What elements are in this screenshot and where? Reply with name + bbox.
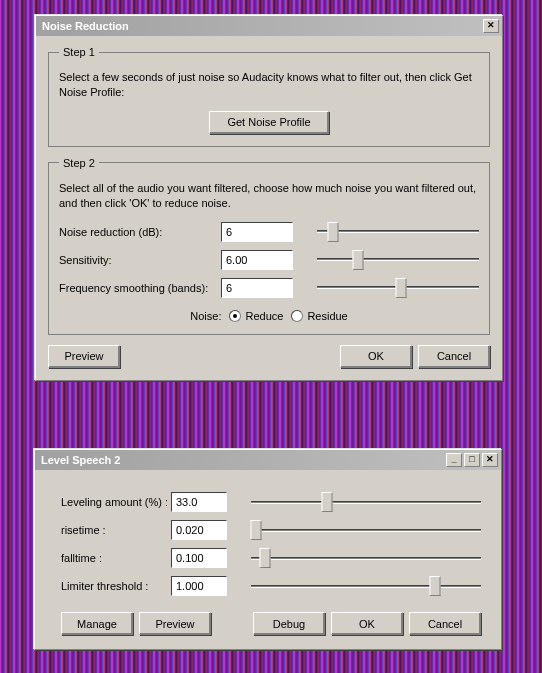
residue-radio[interactable]: Residue [291,310,347,322]
dialog-title: Noise Reduction [42,20,129,32]
limiter-threshold-label: Limiter threshold : [61,580,171,592]
manage-button[interactable]: Manage [61,612,133,635]
risetime-slider[interactable] [251,520,481,540]
reduce-radio[interactable]: Reduce [229,310,283,322]
sensitivity-input[interactable] [221,250,293,270]
freq-smoothing-input[interactable] [221,278,293,298]
radio-icon [291,310,303,322]
risetime-label: risetime : [61,524,171,536]
noise-reduction-dialog: Noise Reduction ✕ Step 1 Select a few se… [35,15,503,381]
step2-group: Step 2 Select all of the audio you want … [48,157,490,335]
step2-instructions: Select all of the audio you want filtere… [59,181,479,212]
step1-instructions: Select a few seconds of just noise so Au… [59,70,479,101]
step1-group: Step 1 Select a few seconds of just nois… [48,46,490,147]
falltime-slider[interactable] [251,548,481,568]
noise-reduction-slider[interactable] [317,222,479,242]
dialog-title: Level Speech 2 [41,454,121,466]
titlebar[interactable]: Noise Reduction ✕ [36,16,502,36]
debug-button[interactable]: Debug [253,612,325,635]
minimize-icon[interactable]: _ [446,453,462,467]
limiter-threshold-input[interactable] [171,576,227,596]
risetime-input[interactable] [171,520,227,540]
radio-icon [229,310,241,322]
cancel-button[interactable]: Cancel [418,345,490,368]
ok-button[interactable]: OK [340,345,412,368]
ok-button[interactable]: OK [331,612,403,635]
leveling-amount-label: Leveling amount (%) : [61,496,171,508]
step1-legend: Step 1 [59,46,99,58]
sensitivity-slider[interactable] [317,250,479,270]
noise-reduction-input[interactable] [221,222,293,242]
maximize-icon[interactable]: □ [464,453,480,467]
cancel-button[interactable]: Cancel [409,612,481,635]
leveling-amount-slider[interactable] [251,492,481,512]
titlebar[interactable]: Level Speech 2 _ □ ✕ [35,450,501,470]
noise-reduction-label: Noise reduction (dB): [59,226,221,238]
falltime-input[interactable] [171,548,227,568]
noise-mode-label: Noise: [190,310,221,322]
close-icon[interactable]: ✕ [483,19,499,33]
freq-smoothing-slider[interactable] [317,278,479,298]
preview-button[interactable]: Preview [139,612,211,635]
sensitivity-label: Sensitivity: [59,254,221,266]
falltime-label: falltime : [61,552,171,564]
get-noise-profile-button[interactable]: Get Noise Profile [209,111,329,134]
limiter-threshold-slider[interactable] [251,576,481,596]
level-speech-dialog: Level Speech 2 _ □ ✕ Leveling amount (%)… [34,449,502,650]
close-icon[interactable]: ✕ [482,453,498,467]
leveling-amount-input[interactable] [171,492,227,512]
step2-legend: Step 2 [59,157,99,169]
preview-button[interactable]: Preview [48,345,120,368]
freq-smoothing-label: Frequency smoothing (bands): [59,282,221,294]
